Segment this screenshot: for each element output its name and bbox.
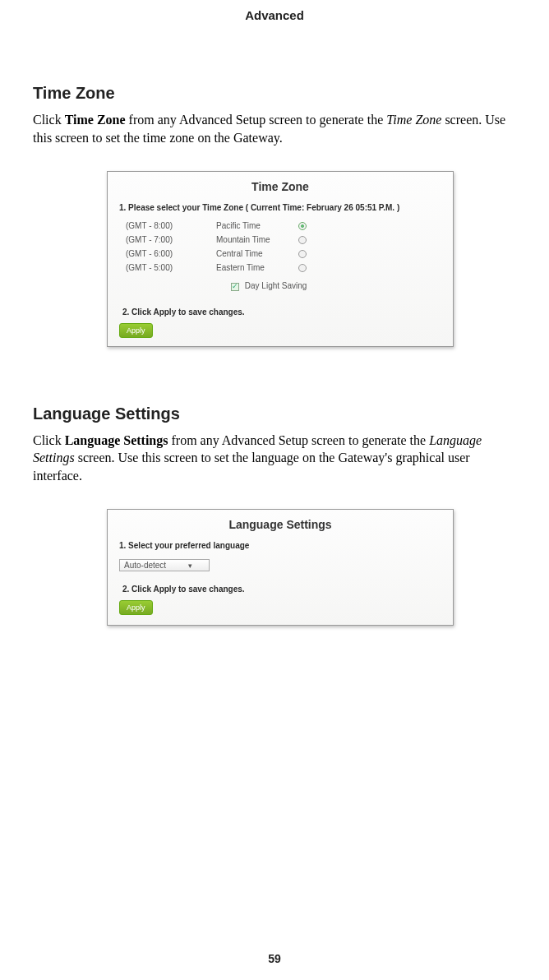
- timezone-radio[interactable]: [298, 222, 307, 230]
- time-zone-paragraph: Click Time Zone from any Advanced Setup …: [33, 111, 516, 146]
- time-zone-step2: 2. Click Apply to save changes.: [108, 299, 453, 321]
- language-select[interactable]: Auto-detect ▾: [119, 559, 210, 571]
- time-zone-heading: Time Zone: [33, 84, 516, 103]
- page-content: Time Zone Click Time Zone from any Advan…: [0, 84, 549, 626]
- timezone-gmt: (GMT - 6:00): [126, 249, 216, 258]
- timezone-row: (GMT - 8:00) Pacific Time: [108, 219, 453, 233]
- apply-button[interactable]: Apply: [119, 323, 153, 338]
- timezone-label: Pacific Time: [216, 221, 298, 230]
- timezone-row: (GMT - 6:00) Central Time: [108, 247, 453, 261]
- text-fragment: Click: [33, 433, 65, 447]
- language-select-value: Auto-detect: [124, 561, 166, 570]
- chevron-down-icon: ▾: [188, 562, 192, 570]
- timezone-gmt: (GMT - 7:00): [126, 235, 216, 244]
- time-zone-step1: 1. Please select your Time Zone ( Curren…: [108, 200, 453, 219]
- timezone-radio[interactable]: [298, 264, 307, 272]
- timezone-label: Eastern Time: [216, 263, 298, 272]
- language-step2: 2. Click Apply to save changes.: [108, 576, 453, 599]
- language-settings-paragraph: Click Language Settings from any Advance…: [33, 432, 516, 485]
- timezone-label: Mountain Time: [216, 235, 298, 244]
- apply-button[interactable]: Apply: [119, 600, 153, 615]
- text-fragment: Click: [33, 113, 65, 127]
- panel-title: Time Zone: [108, 172, 453, 200]
- daylight-checkbox[interactable]: [231, 283, 239, 291]
- timezone-radio[interactable]: [298, 236, 307, 244]
- language-step1: 1. Select your preferred language: [108, 538, 453, 557]
- text-bold: Language Settings: [65, 433, 168, 447]
- time-zone-panel: Time Zone 1. Please select your Time Zon…: [107, 171, 454, 346]
- language-settings-heading: Language Settings: [33, 404, 516, 423]
- language-settings-panel: Language Settings 1. Select your preferr…: [107, 509, 454, 626]
- daylight-saving-row: Day Light Saving: [108, 275, 453, 298]
- page-number: 59: [0, 952, 549, 965]
- panel-title: Language Settings: [108, 510, 453, 538]
- daylight-label: Day Light Saving: [245, 281, 307, 290]
- timezone-gmt: (GMT - 8:00): [126, 221, 216, 230]
- text-fragment: from any Advanced Setup screen to genera…: [126, 113, 387, 127]
- text-italic: Time Zone: [386, 113, 441, 127]
- timezone-row: (GMT - 7:00) Mountain Time: [108, 233, 453, 247]
- timezone-radio[interactable]: [298, 250, 307, 258]
- timezone-label: Central Time: [216, 249, 298, 258]
- text-fragment: screen. Use this screen to set the langu…: [33, 451, 470, 483]
- page-header: Advanced: [0, 0, 549, 22]
- text-bold: Time Zone: [65, 113, 126, 127]
- text-fragment: from any Advanced Setup screen to genera…: [168, 433, 429, 447]
- timezone-gmt: (GMT - 5:00): [126, 263, 216, 272]
- timezone-row: (GMT - 5:00) Eastern Time: [108, 261, 453, 275]
